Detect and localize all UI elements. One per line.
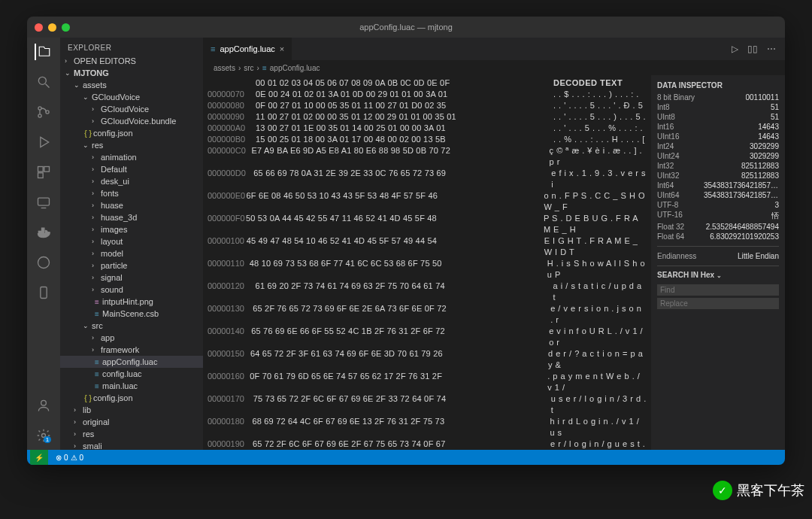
file-item[interactable]: ≡ MainScene.csb [60, 308, 203, 320]
folder-item[interactable]: ›original [60, 416, 203, 428]
inspector-row: UInt1614643 [657, 132, 779, 141]
remote-icon[interactable] [35, 194, 52, 211]
svg-rect-9 [38, 198, 50, 205]
close-tab-icon[interactable]: × [280, 44, 284, 53]
breadcrumb[interactable]: assets› src› ≡appConfig.luac [203, 60, 785, 75]
more-icon[interactable]: ⋯ [767, 44, 776, 54]
hex-row[interactable]: 0000009011 00 27 01 02 00 00 35 01 12 00… [208, 111, 647, 123]
hex-row[interactable]: 0000012061 69 20 2F 73 74 61 74 69 63 2F… [208, 281, 647, 303]
folder-item[interactable]: ›images [60, 223, 203, 235]
hex-row[interactable]: 0000015064 65 72 2F 3F 61 63 74 69 6F 6E… [208, 348, 647, 371]
file-item[interactable]: { } config.json [60, 392, 203, 404]
folder-item[interactable]: ›animation [60, 151, 203, 163]
file-item[interactable]: ≡ main.luac [60, 380, 203, 392]
folder-item[interactable]: ›smali [60, 440, 203, 450]
hex-row[interactable]: 000000C0E7 A9 BA E6 9D A5 E8 A1 80 E6 88… [208, 145, 647, 168]
inspector-row: Float 646.830292101920253 [657, 232, 779, 241]
wechat-icon: ✓ [713, 481, 732, 500]
hex-row[interactable]: 0000019065 72 2F 6C 6F 67 69 6E 2F 67 75… [208, 439, 647, 450]
bookmark-icon[interactable] [35, 254, 52, 271]
run-icon[interactable]: ▷ [732, 44, 738, 54]
folder-item[interactable]: ›signal [60, 272, 203, 284]
folder-item[interactable]: ›sound [60, 284, 203, 296]
folder-item[interactable]: ›GCloudVoice [60, 103, 203, 115]
folder-item[interactable]: ⌄assets [60, 79, 203, 91]
hex-editor[interactable]: 00 01 02 03 04 05 06 07 08 09 0A 0B 0C 0… [203, 75, 785, 450]
hex-row[interactable]: 0000013065 2F 76 65 72 73 69 6F 6E 2E 6A… [208, 303, 647, 326]
minimize-icon[interactable] [48, 23, 56, 32]
scm-icon[interactable] [35, 104, 52, 120]
svg-rect-8 [38, 173, 44, 178]
svg-rect-13 [42, 228, 44, 230]
folder-item[interactable]: ›huase_3d [60, 211, 203, 223]
status-problems[interactable]: ⊗0⚠0 [51, 454, 88, 462]
settings-icon[interactable]: 1 [35, 427, 52, 444]
hex-row[interactable]: 000000A013 00 27 01 1E 00 35 01 14 00 25… [208, 123, 647, 134]
svg-rect-15 [41, 287, 47, 299]
inspector-row: UInt243029299 [657, 151, 779, 161]
hex-row[interactable]: 000000800F 00 27 01 10 00 05 35 01 11 00… [208, 100, 647, 111]
docker-icon[interactable] [35, 224, 52, 241]
folder-item[interactable]: ⌄res [60, 139, 203, 151]
extensions-icon[interactable] [35, 164, 52, 181]
inspector-row: Int851 [657, 102, 779, 112]
account-icon[interactable] [35, 397, 52, 414]
svg-point-14 [38, 257, 50, 269]
folder-item[interactable]: ›res [60, 428, 203, 440]
file-item[interactable]: ≡ config.luac [60, 368, 203, 380]
inspector-row: UInt851 [657, 112, 779, 122]
folder-item[interactable]: ›layout [60, 235, 203, 247]
folder-item[interactable]: ›particle [60, 260, 203, 272]
svg-point-16 [41, 400, 47, 405]
folder-item[interactable]: ›model [60, 247, 203, 260]
debug-icon[interactable] [35, 134, 52, 150]
hex-row[interactable]: 0000017075 73 65 72 2F 6C 6F 67 69 6E 2F… [208, 393, 647, 416]
folder-item[interactable]: ›huase [60, 199, 203, 211]
inspector-row: Int32825112883 [657, 161, 779, 171]
watermark: ✓ 黑客下午茶 [713, 481, 804, 500]
phone-icon[interactable] [35, 284, 52, 301]
hex-row[interactable]: 0000010045 49 47 48 54 10 46 52 41 4D 45… [208, 235, 647, 258]
folder-item[interactable]: ›Default [60, 163, 203, 175]
svg-point-0 [38, 77, 46, 84]
explorer-icon[interactable] [35, 44, 51, 60]
folder-item[interactable]: ›desk_ui [60, 175, 203, 187]
replace-input[interactable] [657, 298, 779, 309]
hex-row[interactable]: 000001600F 70 61 79 6D 65 6E 74 57 65 62… [208, 371, 647, 393]
svg-rect-7 [44, 167, 50, 172]
hex-row[interactable]: 000000F050 53 0A 44 45 42 55 47 11 46 52… [208, 213, 647, 235]
folder-item[interactable]: ›fonts [60, 187, 203, 199]
folder-item[interactable]: ›framework [60, 344, 203, 356]
inspector-row: UTF-16㤳 [657, 210, 779, 222]
svg-point-2 [38, 107, 41, 110]
find-input[interactable] [657, 284, 779, 296]
split-icon[interactable]: ▯▯ [747, 44, 758, 54]
folder-item[interactable]: ⌄src [60, 320, 203, 332]
hex-row[interactable]: 0000018068 69 72 64 4C 6F 67 69 6E 13 2F… [208, 416, 647, 439]
folder-item[interactable]: ›app [60, 332, 203, 344]
tab-appconfig[interactable]: ≡ appConfig.luac × [203, 38, 292, 60]
hex-row[interactable]: 000000B015 00 25 01 18 00 3A 01 17 00 48… [208, 134, 647, 145]
folder-item[interactable]: ›lib [60, 404, 203, 416]
folder-item[interactable]: ⌄GCloudVoice [60, 91, 203, 103]
inspector-row: UInt32825112883 [657, 171, 779, 181]
close-icon[interactable] [35, 23, 43, 32]
hex-row[interactable]: 000000D065 66 69 78 0A 31 2E 39 2E 33 0C… [208, 168, 647, 190]
hex-row[interactable]: 0000011048 10 69 73 53 68 6F 77 41 6C 6C… [208, 258, 647, 281]
open-editors-section[interactable]: ›OPEN EDITORS [60, 55, 203, 67]
file-item[interactable]: { } config.json [60, 127, 203, 139]
inspector-row: UInt643543831736421857583 [657, 190, 779, 200]
file-item[interactable]: ≡ intputHint.png [60, 296, 203, 308]
inspector-row: Int243029299 [657, 141, 779, 151]
hex-row[interactable]: 000000700E 00 24 01 02 01 3A 01 0D 00 29… [208, 89, 647, 100]
window-title: appConfig.luac — mjtong [359, 23, 453, 32]
hex-row[interactable]: 0000014065 76 69 6E 66 6F 55 52 4C 1B 2F… [208, 326, 647, 348]
file-item[interactable]: ≡ appConfig.luac [60, 356, 203, 368]
search-icon[interactable] [35, 74, 52, 90]
maximize-icon[interactable] [62, 23, 70, 32]
traffic-lights [35, 23, 70, 32]
hex-row[interactable]: 000000E06F 6E 08 46 50 53 10 43 43 5F 53… [208, 190, 647, 213]
remote-indicator[interactable]: ⚡ [30, 450, 48, 465]
project-root[interactable]: ⌄MJTONG [60, 67, 203, 79]
folder-item[interactable]: ›GCloudVoice.bundle [60, 115, 203, 127]
